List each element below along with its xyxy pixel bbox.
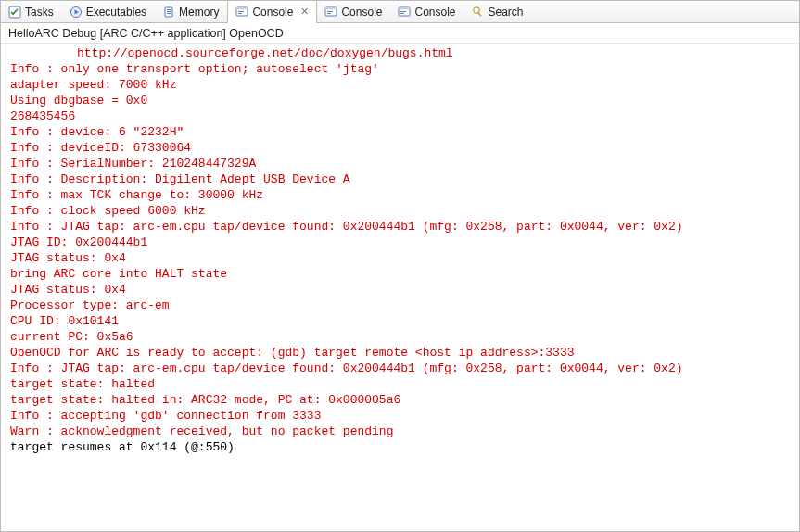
console-line: Info : only one transport option; autose… (10, 61, 790, 77)
svg-rect-13 (327, 11, 333, 12)
console-line: Info : device: 6 "2232H" (10, 124, 790, 140)
svg-rect-5 (167, 11, 171, 12)
console-line: JTAG status: 0x4 (10, 250, 790, 266)
console-line: current PC: 0x5a6 (10, 329, 790, 345)
close-icon[interactable]: ✕ (300, 6, 309, 18)
svg-rect-18 (400, 13, 404, 14)
console-line: Warn : acknowledgment received, but no p… (10, 424, 790, 439)
console-line: Using dbgbase = 0x0 (10, 93, 790, 108)
console-icon (324, 6, 337, 19)
tab-label: Search (489, 6, 524, 19)
svg-rect-16 (399, 7, 410, 9)
console-line: Info : max TCK change to: 30000 kHz (10, 187, 790, 203)
console-line: Info : accepting 'gdb' connection from 3… (10, 408, 790, 424)
console-line: OpenOCD for ARC is ready to accept: (gdb… (10, 345, 790, 361)
console-line: Info : clock speed 6000 kHz (10, 203, 790, 219)
svg-rect-17 (400, 11, 406, 12)
svg-rect-8 (236, 7, 248, 9)
console-launch-title: HelloARC Debug [ARC C/C++ application] O… (1, 23, 799, 44)
console-line: Processor type: arc-em (10, 298, 790, 313)
console-line: JTAG status: 0x4 (10, 282, 790, 298)
console-line: bring ARC core into HALT state (10, 266, 790, 282)
tasks-icon (8, 6, 21, 19)
memory-icon (162, 6, 175, 19)
svg-rect-6 (167, 13, 171, 14)
executables-icon (70, 6, 83, 19)
console-line: Info : deviceID: 67330064 (10, 140, 790, 156)
tab-label: Console (341, 6, 382, 19)
search-icon (472, 6, 485, 19)
tab-console-2[interactable]: Console (317, 1, 390, 22)
console-icon (398, 6, 411, 19)
svg-rect-10 (238, 13, 242, 14)
console-line: adapter speed: 7000 kHz (10, 77, 790, 93)
svg-rect-12 (325, 7, 337, 9)
view-tabbar: Tasks Executables Memory Console ✕ Conso… (1, 1, 799, 23)
tab-executables[interactable]: Executables (62, 1, 155, 22)
svg-rect-14 (327, 13, 331, 14)
console-output[interactable]: http://openocd.sourceforge.net/doc/doxyg… (1, 44, 799, 462)
console-line: Info : SerialNumber: 210248447329A (10, 156, 790, 171)
console-line: http://openocd.sourceforge.net/doc/doxyg… (10, 45, 790, 61)
console-line: target state: halted (10, 376, 790, 392)
console-icon (235, 6, 248, 19)
svg-point-20 (473, 6, 478, 12)
console-line: Info : JTAG tap: arc-em.cpu tap/device f… (10, 219, 790, 234)
tab-search[interactable]: Search (464, 1, 532, 22)
tab-console-active[interactable]: Console ✕ (227, 1, 317, 22)
console-line: Info : Description: Digilent Adept USB D… (10, 171, 790, 187)
console-line: Info : JTAG tap: arc-em.cpu tap/device f… (10, 361, 790, 376)
svg-rect-4 (167, 9, 171, 10)
console-line: target state: halted in: ARC32 mode, PC … (10, 392, 790, 408)
tab-tasks[interactable]: Tasks (1, 1, 62, 22)
console-line: JTAG ID: 0x200444b1 (10, 234, 790, 250)
tab-label: Tasks (25, 6, 54, 19)
tab-label: Memory (179, 6, 219, 19)
tab-label: Console (252, 6, 293, 19)
tab-label: Executables (86, 6, 146, 19)
console-line: target resumes at 0x114 (@:550) (10, 439, 790, 455)
tab-console-3[interactable]: Console (390, 1, 463, 22)
tab-label: Console (414, 6, 455, 19)
console-line: 268435456 (10, 108, 790, 124)
svg-rect-9 (238, 11, 244, 12)
tab-memory[interactable]: Memory (155, 1, 227, 22)
console-line: CPU ID: 0x10141 (10, 313, 790, 329)
